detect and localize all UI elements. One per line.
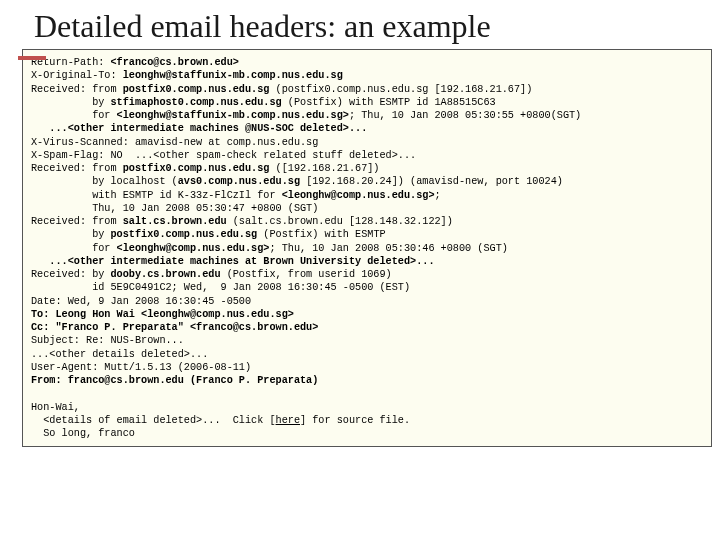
subject-line: Subject: Re: NUS-Brown... (31, 334, 703, 347)
x-original-to-value: leonghw@staffunix-mb.comp.nus.edu.sg (123, 70, 343, 81)
by-host: postfix0.comp.nus.edu.sg (110, 229, 257, 240)
omitted-note: ...<other intermediate machines at Brown… (31, 255, 703, 268)
timestamp: ; Thu, 10 Jan 2008 05:30:46 +0800 (SGT) (269, 243, 507, 254)
for-address: <leonghw@staffunix-mb.comp.nus.edu.sg> (117, 110, 349, 121)
header-line: with ESMTP id K-33z-FlCzIl for <leonghw@… (31, 189, 703, 202)
label: for (31, 110, 117, 121)
header-line: for <leonghw@comp.nus.edu.sg>; Thu, 10 J… (31, 242, 703, 255)
body-text: ] for source file. (300, 415, 410, 426)
body-line: <details of email deleted>... Click [her… (31, 414, 703, 427)
header-line: by stfimaphost0.comp.nus.edu.sg (Postfix… (31, 96, 703, 109)
header-line: X-Original-To: leonghw@staffunix-mb.comp… (31, 69, 703, 82)
label: by (31, 229, 110, 240)
header-line: X-Virus-Scanned: amavisd-new at comp.nus… (31, 136, 703, 149)
for-address: <leonghw@comp.nus.edu.sg> (117, 243, 270, 254)
cc-line: Cc: "Franco P. Preparata" <franco@cs.bro… (31, 321, 703, 334)
header-line: by localhost (avs0.comp.nus.edu.sg [192.… (31, 175, 703, 188)
omitted-note: ...<other details deleted>... (31, 348, 703, 361)
slide: Detailed email headers: an example Retur… (0, 0, 720, 540)
header-line: Received: from salt.cs.brown.edu (salt.c… (31, 215, 703, 228)
user-agent-line: User-Agent: Mutt/1.5.13 (2006-08-11) (31, 361, 703, 374)
label: for (31, 243, 117, 254)
header-line: id 5E9C0491C2; Wed, 9 Jan 2008 16:30:45 … (31, 281, 703, 294)
header-line: Thu, 10 Jan 2008 05:30:47 +0800 (SGT) (31, 202, 703, 215)
accent-bar (18, 56, 46, 60)
header-line: Return-Path: <franco@cs.brown.edu> (31, 56, 703, 69)
body-text: <details of email deleted>... Click [ (31, 415, 276, 426)
label: Received: from (31, 163, 123, 174)
received-host: postfix0.comp.nus.edu.sg (123, 163, 270, 174)
header-line: by postfix0.comp.nus.edu.sg (Postfix) wi… (31, 228, 703, 241)
body-line: So long, franco (31, 427, 703, 440)
by-host: dooby.cs.brown.edu (110, 269, 220, 280)
detail: (Postfix) with ESMTP (257, 229, 385, 240)
email-headers-box: Return-Path: <franco@cs.brown.edu> X-Ori… (22, 49, 712, 447)
slide-title: Detailed email headers: an example (0, 0, 720, 49)
blank-line (31, 387, 703, 400)
by-host: stfimaphost0.comp.nus.edu.sg (110, 97, 281, 108)
label: Received: from (31, 216, 123, 227)
timestamp: ; Thu, 10 Jan 2008 05:30:55 +0800(SGT) (349, 110, 581, 121)
label: by (31, 97, 110, 108)
label: X-Original-To: (31, 70, 123, 81)
header-line: X-Spam-Flag: NO ...<other spam-check rel… (31, 149, 703, 162)
return-path-value: <franco@cs.brown.edu> (110, 57, 238, 68)
detail: (salt.cs.brown.edu [128.148.32.122]) (227, 216, 453, 227)
localhost-host: avs0.comp.nus.edu.sg (178, 176, 300, 187)
header-line: Received: by dooby.cs.brown.edu (Postfix… (31, 268, 703, 281)
omitted-note: ...<other intermediate machines @NUS-SOC… (31, 122, 703, 135)
from-line: From: franco@cs.brown.edu (Franco P. Pre… (31, 374, 703, 387)
header-line: Received: from postfix0.comp.nus.edu.sg … (31, 83, 703, 96)
header-line: for <leonghw@staffunix-mb.comp.nus.edu.s… (31, 109, 703, 122)
date-line: Date: Wed, 9 Jan 2008 16:30:45 -0500 (31, 295, 703, 308)
detail: (Postfix) with ESMTP id 1A88515C63 (282, 97, 496, 108)
label: with ESMTP id K-33z-FlCzIl for (31, 190, 282, 201)
received-detail: (postfix0.comp.nus.edu.sg [192.168.21.67… (269, 84, 532, 95)
for-address: <leonghw@comp.nus.edu.sg> (282, 190, 435, 201)
source-link[interactable]: here (276, 415, 300, 426)
received-host: postfix0.comp.nus.edu.sg (123, 84, 270, 95)
detail: ; (435, 190, 441, 201)
label: Received: by (31, 269, 110, 280)
detail: (Postfix, from userid 1069) (221, 269, 392, 280)
detail: [192.168.20.24]) (amavisd-new, port 1002… (300, 176, 563, 187)
label: Received: from (31, 84, 123, 95)
label: by localhost ( (31, 176, 178, 187)
detail: ([192.168.21.67]) (269, 163, 379, 174)
header-line: Received: from postfix0.comp.nus.edu.sg … (31, 162, 703, 175)
body-line: Hon-Wai, (31, 401, 703, 414)
received-host: salt.cs.brown.edu (123, 216, 227, 227)
to-line: To: Leong Hon Wai <leonghw@comp.nus.edu.… (31, 308, 703, 321)
